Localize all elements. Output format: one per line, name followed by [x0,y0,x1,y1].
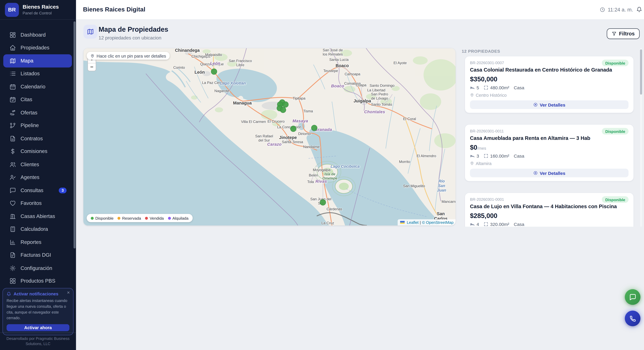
sidebar-item-ofertas[interactable]: Ofertas [3,106,72,119]
sidebar-item-consultas[interactable]: Consultas3 [3,184,72,197]
sidebar-item-citas[interactable]: Citas [3,93,72,106]
eye-icon [533,171,538,175]
sidebar-item-pipeline[interactable]: Pipeline [3,119,72,132]
main-content: Mapa de Propiedades 12 propiedades con u… [76,19,644,350]
property-pin[interactable] [211,68,217,75]
bell-icon [6,291,11,296]
notifications-bell-button[interactable] [636,7,642,14]
type-meta: Casa [514,153,524,158]
sidebar-item-label: Reportes [20,239,41,245]
property-meta: 4320.00m²Casa [470,222,628,227]
sidebar-nav: DashboardPropiedadesMapaListadosCalendar… [0,19,76,288]
status-badge: Disponible [602,196,628,203]
chat-fab[interactable] [625,289,640,305]
map-hint-text: Hace clic en un pin para ver detalles [96,53,166,58]
filters-button[interactable]: Filtros [607,29,640,39]
activate-notifications-button[interactable]: Activar ahora [6,324,70,331]
sidebar-item-productos-pbs[interactable]: Productos PBS [3,275,72,287]
bed-icon [470,222,475,227]
sidebar-item-label: Clientes [20,162,39,167]
sidebar-item-dashboard[interactable]: Dashboard [3,29,72,41]
sidebar-item-comisiones[interactable]: Comisiones [3,145,72,158]
funnel-icon [612,31,616,36]
user-check-icon [10,174,16,181]
property-title: Casa Amueblada para Renta en Altamira — … [470,135,628,141]
type-meta: Casa [514,222,524,227]
sidebar-item-clientes[interactable]: Clientes [3,158,72,171]
legend-item-disponible: Disponible [91,216,114,220]
sidebar-item-agentes[interactable]: Agentes [3,171,72,184]
view-details-button[interactable]: Ver Detalles [470,100,628,109]
sidebar-item-label: Listados [20,71,40,77]
sidebar-item-label: Dashboard [20,32,46,38]
sidebar-item-label: Consultas [20,188,44,193]
page-icon-box [83,25,97,39]
dashboard-icon [10,32,16,38]
sidebar-item-calculadora[interactable]: Calculadora [3,223,72,236]
brand-logo: BR [5,3,19,17]
sidebar-item-facturas-dgi[interactable]: Facturas DGI [3,249,72,262]
chat-icon [629,293,636,301]
properties-count-header: 12 PROPIEDADES [462,49,639,53]
filters-label: Filtros [619,31,635,37]
current-time: 11:24 a. m. [608,7,633,13]
properties-map[interactable]: ChinandegaChichigalpaMalpaisilloQuezalgu… [83,48,456,225]
file-invoice-icon [10,252,16,258]
attribution-separator: | [420,220,421,225]
git-branch-icon [10,122,16,129]
sidebar-item-favoritos[interactable]: Favoritos [3,197,72,210]
calendar-check-icon [10,96,16,103]
property-ref: BR-20260301-0007 [470,60,504,65]
sidebar-item-mapa[interactable]: Mapa [3,54,72,67]
map-icon [10,57,16,64]
legend-dot [118,217,120,220]
area-meta: 320.00m² [484,222,509,227]
legend-item-reservada: Reservada [118,216,141,220]
beds-meta: 3 [470,153,479,158]
sidebar-item-label: Mapa [20,58,33,64]
property-pin[interactable] [290,126,296,132]
sidebar-item-casas-abiertas[interactable]: Casas Abiertas [3,210,72,223]
map-tiles [83,48,456,225]
sidebar-item-configuracion[interactable]: Configuración [3,262,72,275]
sidebar-item-label: Configuración [20,265,52,271]
sidebar-scrollbar[interactable] [74,22,75,249]
sidebar-item-propiedades[interactable]: Propiedades [3,41,72,54]
sidebar-item-contratos[interactable]: Contratos [3,132,72,145]
map-hint-tooltip: Hace clic en un pin para ver detalles [87,52,170,60]
sidebar-item-label: Contratos [20,136,43,141]
openstreetmap-link[interactable]: © OpenStreetMap [422,220,454,225]
clock-icon [600,7,605,12]
legend-dot [91,217,94,220]
gear-icon [10,265,16,271]
door-icon [10,213,16,220]
property-pin[interactable] [311,125,317,131]
expand-icon [484,85,488,90]
view-details-button[interactable]: Ver Detalles [470,168,628,177]
page-subtitle: 12 propiedades con ubicacion [99,35,161,40]
beds-meta: 5 [470,85,479,90]
sidebar-item-label: Favoritos [20,201,42,206]
legend-item-vendida: Vendida [145,216,164,220]
sidebar-item-calendario[interactable]: Calendario [3,80,72,93]
page-title: Mapa de Propiedades [99,26,168,33]
home-icon [10,45,16,51]
property-pin[interactable] [320,199,326,205]
zoom-out-button[interactable]: − [88,63,96,71]
notification-title-row: Activar notificaciones [6,291,70,296]
legend-label: Vendida [150,216,164,220]
eye-icon [533,102,538,107]
property-pin[interactable] [280,107,286,113]
property-meta: 5480.00m²Casa [470,85,628,90]
bar-chart-icon [10,239,16,246]
sidebar-item-listados[interactable]: Listados [3,67,72,80]
leaflet-link[interactable]: Leaflet [407,220,418,225]
phone-fab[interactable] [625,310,640,326]
legend-item-alquilada: Alquilada [168,216,188,220]
panel-scrollbar-track[interactable] [640,48,642,227]
sidebar-item-reportes[interactable]: Reportes [3,236,72,249]
panel-scrollbar-thumb[interactable] [640,49,642,95]
phone-icon [629,315,636,322]
list-icon [10,70,16,77]
close-icon[interactable]: × [67,290,70,295]
